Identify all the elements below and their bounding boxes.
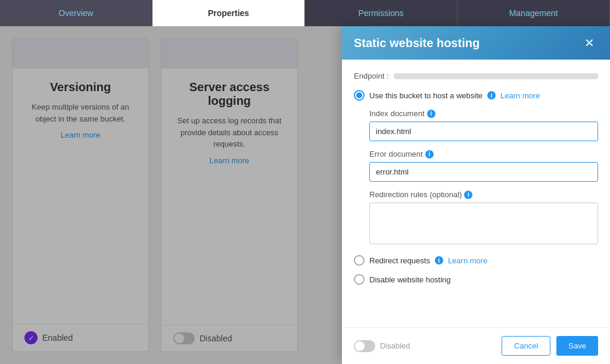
radio-use-bucket[interactable]: Use this bucket to host a website i Lear…: [354, 90, 598, 101]
error-document-input[interactable]: [369, 162, 598, 182]
static-website-hosting-modal: Static website hosting ✕ Endpoint : Use …: [342, 26, 610, 364]
footer-buttons: Cancel Save: [502, 336, 598, 356]
modal-footer: Disabled Cancel Save: [342, 327, 610, 364]
endpoint-row: Endpoint :: [354, 71, 598, 80]
main-content: Versioning Keep multiple versions of an …: [0, 26, 610, 364]
radio-disable-hosting-label: Disable website hosting: [369, 275, 451, 284]
modal-body: Endpoint : Use this bucket to host a web…: [342, 60, 610, 327]
radio-use-bucket-button[interactable]: [354, 90, 365, 101]
endpoint-label: Endpoint :: [354, 71, 389, 80]
radio-redirect-requests-button[interactable]: [354, 255, 365, 266]
use-bucket-info-icon[interactable]: i: [487, 91, 496, 99]
cancel-button[interactable]: Cancel: [502, 336, 550, 356]
redirection-rules-group: Redirection rules (optional) i: [354, 190, 598, 247]
radio-redirect-requests[interactable]: Redirect requests i Learn more: [354, 255, 598, 266]
radio-use-bucket-label: Use this bucket to host a website: [369, 91, 483, 100]
tab-properties[interactable]: Properties: [152, 0, 305, 26]
modal-header: Static website hosting ✕: [342, 26, 610, 60]
error-document-label: Error document i: [369, 150, 598, 158]
redirection-rules-label: Redirection rules (optional) i: [369, 190, 598, 199]
footer-status: Disabled: [354, 340, 410, 352]
redirect-requests-learn-more[interactable]: Learn more: [448, 256, 487, 265]
redirection-rules-info-icon[interactable]: i: [464, 191, 472, 199]
redirection-rules-textarea[interactable]: [369, 203, 598, 244]
save-button[interactable]: Save: [556, 336, 598, 356]
modal-overlay: Static website hosting ✕ Endpoint : Use …: [0, 26, 610, 364]
tab-permissions[interactable]: Permissions: [305, 0, 458, 26]
top-navigation: Overview Properties Permissions Manageme…: [0, 0, 610, 26]
radio-disable-hosting[interactable]: Disable website hosting: [354, 274, 598, 285]
radio-disable-hosting-button[interactable]: [354, 274, 365, 285]
index-document-input[interactable]: [369, 122, 598, 141]
redirect-requests-info-icon[interactable]: i: [435, 256, 443, 265]
tab-management[interactable]: Management: [458, 0, 610, 26]
footer-toggle[interactable]: [354, 340, 375, 352]
tab-overview[interactable]: Overview: [0, 0, 152, 26]
footer-status-label: Disabled: [380, 341, 410, 350]
index-document-group: Index document i: [354, 109, 598, 141]
index-document-info-icon[interactable]: i: [427, 110, 435, 118]
use-bucket-learn-more[interactable]: Learn more: [500, 91, 540, 100]
modal-title: Static website hosting: [354, 36, 480, 50]
endpoint-value: [394, 73, 598, 79]
radio-redirect-requests-label: Redirect requests: [369, 256, 430, 265]
modal-close-button[interactable]: ✕: [581, 36, 598, 50]
error-document-info-icon[interactable]: i: [425, 150, 434, 158]
error-document-group: Error document i: [354, 150, 598, 182]
index-document-label: Index document i: [369, 109, 598, 118]
